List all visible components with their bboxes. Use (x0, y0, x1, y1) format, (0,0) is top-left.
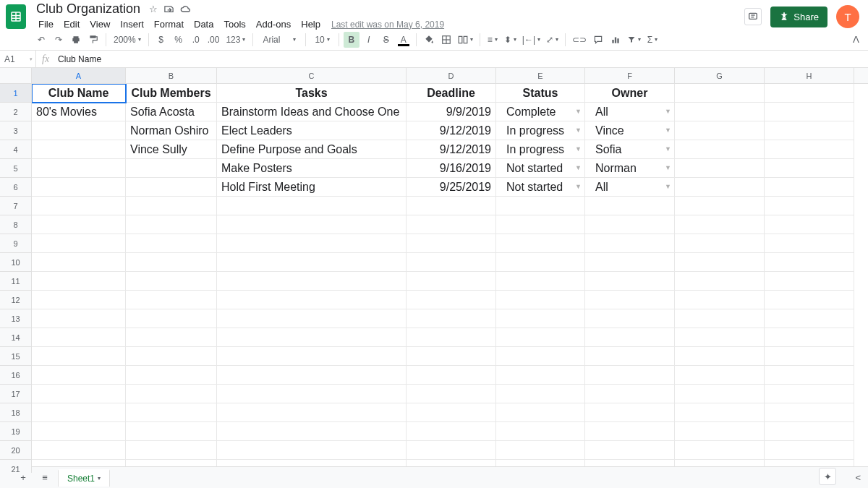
cell-H13[interactable] (765, 309, 854, 328)
cell-D9[interactable] (407, 234, 496, 253)
row-header-20[interactable]: 20 (0, 441, 32, 460)
cell-H5[interactable] (765, 159, 854, 178)
last-edit-link[interactable]: Last edit was on May 6, 2019 (331, 20, 444, 30)
cell-B16[interactable] (126, 366, 217, 385)
cell-A17[interactable] (32, 385, 126, 403)
cell-A3[interactable] (32, 121, 126, 140)
cell-B10[interactable] (126, 253, 217, 272)
row-header-13[interactable]: 13 (0, 309, 32, 328)
cell-F18[interactable] (585, 403, 675, 422)
cell-E10[interactable] (496, 253, 585, 272)
cell-D19[interactable] (407, 422, 496, 441)
cell-G13[interactable] (675, 309, 765, 328)
redo-button[interactable]: ↷ (51, 32, 67, 48)
cell-H16[interactable] (765, 366, 854, 385)
paintformat-button[interactable] (85, 32, 101, 48)
cell-G9[interactable] (675, 234, 765, 253)
row-header-9[interactable]: 9 (0, 234, 32, 253)
cell-A13[interactable] (32, 309, 126, 328)
cell-E13[interactable] (496, 309, 585, 328)
cell-F17[interactable] (585, 385, 675, 403)
print-button[interactable] (68, 32, 84, 48)
row-header-8[interactable]: 8 (0, 215, 32, 234)
cell-G20[interactable] (675, 441, 765, 460)
cell-H17[interactable] (765, 385, 854, 403)
cell-G11[interactable] (675, 272, 765, 291)
cell-E1[interactable]: Status (496, 84, 585, 103)
col-header-D[interactable]: D (407, 68, 496, 83)
textcolor-button[interactable]: A (396, 32, 412, 48)
cell-F11[interactable] (585, 272, 675, 291)
cell-B5[interactable] (126, 159, 217, 178)
row-header-18[interactable]: 18 (0, 403, 32, 422)
menu-file[interactable]: File (33, 17, 59, 31)
cell-G18[interactable] (675, 403, 765, 422)
dropdown-arrow-icon[interactable]: ▼ (665, 146, 671, 153)
cell-H2[interactable] (765, 103, 854, 121)
cell-H15[interactable] (765, 347, 854, 366)
cell-G1[interactable] (675, 84, 765, 103)
col-header-G[interactable]: G (675, 68, 765, 83)
dropdown-arrow-icon[interactable]: ▼ (665, 165, 671, 171)
share-button[interactable]: Share (770, 7, 827, 27)
cell-C5[interactable]: Make Posters (217, 159, 407, 178)
cell-F14[interactable] (585, 328, 675, 347)
cell-C18[interactable] (217, 403, 407, 422)
cell-D7[interactable] (407, 197, 496, 215)
cell-E11[interactable] (496, 272, 585, 291)
cell-F3[interactable]: Vince▼ (585, 121, 675, 140)
activity-icon[interactable] (744, 8, 762, 25)
menu-edit[interactable]: Edit (59, 17, 85, 31)
cell-F5[interactable]: Norman▼ (585, 159, 675, 178)
explore-button[interactable]: ✦ (819, 468, 836, 473)
cell-G7[interactable] (675, 197, 765, 215)
cell-F10[interactable] (585, 253, 675, 272)
cell-A9[interactable] (32, 234, 126, 253)
font-dropdown[interactable]: Arial (258, 32, 301, 48)
italic-button[interactable]: I (361, 32, 377, 48)
cell-A11[interactable] (32, 272, 126, 291)
cell-A12[interactable] (32, 291, 126, 309)
cell-B20[interactable] (126, 441, 217, 460)
cell-D2[interactable]: 9/9/2019 (407, 103, 496, 121)
collapse-toolbar-icon[interactable]: ᐱ (853, 34, 859, 45)
link-button[interactable]: ⊂⊃ (570, 32, 589, 48)
cell-A1[interactable]: Club Name (32, 84, 126, 103)
col-header-A[interactable]: A (32, 68, 126, 83)
cell-G5[interactable] (675, 159, 765, 178)
cell-H6[interactable] (765, 178, 854, 197)
currency-button[interactable]: $ (153, 32, 169, 48)
cloud-icon[interactable] (180, 4, 192, 13)
cell-G4[interactable] (675, 140, 765, 159)
cell-D4[interactable]: 9/12/2019 (407, 140, 496, 159)
cell-C20[interactable] (217, 441, 407, 460)
menu-help[interactable]: Help (296, 17, 326, 31)
cell-H18[interactable] (765, 403, 854, 422)
moreformats-dropdown[interactable]: 123 (223, 32, 248, 48)
cell-C2[interactable]: Brainstorm Ideas and Choose One (217, 103, 407, 121)
spreadsheet-grid[interactable]: ABCDEFGH 1234567891011121314151617181920… (0, 68, 868, 473)
cell-G19[interactable] (675, 422, 765, 441)
dropdown-arrow-icon[interactable]: ▼ (575, 108, 582, 115)
decimal-dec-button[interactable]: .0 (188, 32, 204, 48)
cell-D5[interactable]: 9/16/2019 (407, 159, 496, 178)
dropdown-arrow-icon[interactable]: ▼ (665, 108, 671, 115)
menu-tools[interactable]: Tools (218, 17, 250, 31)
cell-E12[interactable] (496, 291, 585, 309)
cell-B14[interactable] (126, 328, 217, 347)
cell-D3[interactable]: 9/12/2019 (407, 121, 496, 140)
cell-D12[interactable] (407, 291, 496, 309)
cell-E19[interactable] (496, 422, 585, 441)
col-header-C[interactable]: C (217, 68, 407, 83)
cell-F2[interactable]: All▼ (585, 103, 675, 121)
cell-E9[interactable] (496, 234, 585, 253)
row-header-10[interactable]: 10 (0, 253, 32, 272)
wrap-dropdown[interactable]: |←| (520, 32, 542, 48)
row-header-21[interactable]: 21 (0, 460, 32, 473)
col-header-F[interactable]: F (585, 68, 675, 83)
strike-button[interactable]: S (378, 32, 394, 48)
dropdown-arrow-icon[interactable]: ▼ (575, 184, 582, 190)
cell-C12[interactable] (217, 291, 407, 309)
cell-B1[interactable]: Club Members (126, 84, 217, 103)
row-header-2[interactable]: 2 (0, 103, 32, 121)
